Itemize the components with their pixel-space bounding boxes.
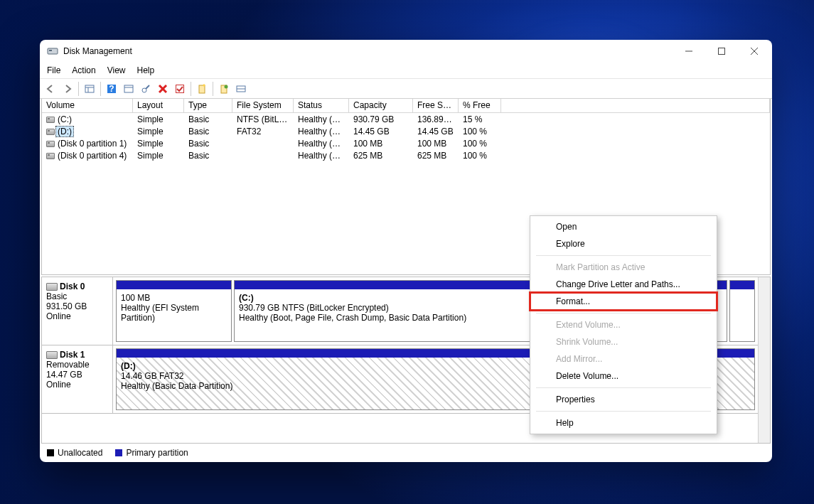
refresh-button[interactable] [216,81,232,97]
volume-row[interactable]: (C:)SimpleBasicNTFS (BitLo...Healthy (B.… [42,113,770,125]
minimize-button[interactable] [673,40,705,63]
app-icon [47,45,58,57]
show-hide-tree-button[interactable] [82,81,97,97]
properties-button[interactable] [138,81,154,97]
menu-view[interactable]: View [102,63,132,77]
volume-row[interactable]: (Disk 0 partition 4)SimpleBasicHealthy (… [42,149,770,161]
svg-rect-11 [124,85,133,92]
forward-button[interactable] [60,81,75,97]
menu-item-shrink-volume: Shrink Volume... [530,333,717,350]
svg-point-20 [225,85,228,88]
menu-separator [536,313,711,313]
graphical-scrollbar[interactable] [758,277,770,443]
svg-rect-1 [49,50,52,51]
toolbar-separator [78,82,79,96]
delete-button[interactable] [155,81,171,97]
menu-item-format[interactable]: Format... [530,293,717,310]
toolbar: ? [40,79,772,99]
menu-item-properties[interactable]: Properties [530,391,717,408]
window-title: Disk Management [63,46,673,56]
menu-help[interactable]: Help [132,63,161,77]
list-button[interactable] [233,81,249,97]
menu-item-delete-volume[interactable]: Delete Volume... [530,368,717,385]
col-filesystem[interactable]: File System [232,99,294,112]
back-button[interactable] [43,81,58,97]
menu-item-change-drive-letter-and-paths[interactable]: Change Drive Letter and Paths... [530,276,717,293]
menu-item-explore[interactable]: Explore [530,235,717,252]
menu-file[interactable]: File [41,63,66,77]
legend: Unallocated Primary partition [41,445,771,461]
menu-item-help[interactable]: Help [530,414,717,431]
menu-item-add-mirror: Add Mirror... [530,350,717,368]
menu-action[interactable]: Action [66,63,101,77]
col-capacity[interactable]: Capacity [349,99,413,112]
legend-unallocated: Unallocated [47,448,102,458]
col-pct[interactable]: % Free [459,99,501,112]
partition[interactable]: 100 MBHealthy (EFI System Partition) [116,280,232,342]
close-button[interactable] [738,40,771,63]
disk-info: Disk 1Removable14.47 GBOnline [42,345,113,413]
col-layout[interactable]: Layout [133,99,184,112]
svg-text:?: ? [109,84,114,94]
menu-separator [536,387,711,388]
menu-item-mark-partition-as-active: Mark Partition as Active [530,259,717,276]
new-button[interactable] [194,81,210,97]
toolbar-separator [100,82,101,96]
volume-row[interactable]: (D:)SimpleBasicFAT32Healthy (B...14.45 G… [42,125,770,137]
partition[interactable] [729,280,755,342]
menu-bar: File Action View Help [40,63,772,79]
toolbar-separator [191,82,191,96]
col-status[interactable]: Status [294,99,349,112]
menu-item-open[interactable]: Open [530,218,717,235]
legend-primary: Primary partition [115,448,188,458]
volume-row[interactable]: (Disk 0 partition 1)SimpleBasicHealthy (… [42,137,770,149]
disk-info: Disk 0Basic931.50 GBOnline [42,277,113,345]
svg-rect-6 [85,85,94,92]
toolbar-separator [213,82,213,96]
menu-separator [536,255,711,256]
maximize-button[interactable] [705,40,738,63]
col-volume[interactable]: Volume [42,99,133,112]
svg-rect-3 [719,48,725,55]
col-spacer [501,99,770,112]
context-menu: OpenExploreMark Partition as ActiveChang… [530,215,717,434]
svg-line-14 [146,85,149,89]
check-button[interactable] [172,81,188,97]
col-type[interactable]: Type [184,99,232,112]
titlebar[interactable]: Disk Management [40,40,772,63]
settings-button[interactable] [121,81,136,97]
column-headers[interactable]: Volume Layout Type File System Status Ca… [42,99,770,113]
help-button[interactable]: ? [104,81,119,97]
menu-item-extend-volume: Extend Volume... [530,316,717,333]
col-free[interactable]: Free Spa... [413,99,459,112]
menu-separator [536,411,711,412]
